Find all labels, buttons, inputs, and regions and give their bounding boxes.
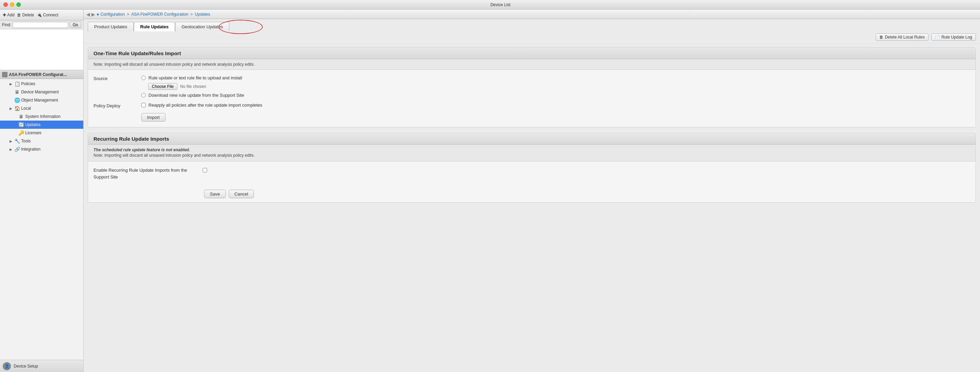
one-time-title: One-Time Rule Update/Rules Import <box>88 48 975 59</box>
choose-file-button[interactable]: Choose File <box>148 83 177 90</box>
device-setup-label: Device Setup <box>14 364 38 369</box>
tab-rule-updates[interactable]: Rule Updates <box>134 22 175 31</box>
source-row: Source Rule update or text rule file to … <box>94 75 970 98</box>
licenses-icon: 🔑 <box>18 130 24 136</box>
connect-icon: 🔌 <box>37 13 42 17</box>
sidebar-nav-section: ASA FirePOWER Configurat... ▶ 📋 Policies… <box>0 70 83 360</box>
tab-product-updates[interactable]: Product Updates <box>88 22 134 31</box>
sidebar-item-device-management[interactable]: ▶ 🖥 Device Management <box>0 88 83 96</box>
minimize-button[interactable] <box>10 2 14 7</box>
sidebar-item-label: Device Management <box>21 90 59 94</box>
save-cancel-row: Save Cancel <box>88 186 975 203</box>
add-button[interactable]: ✚ Add <box>3 13 14 17</box>
breadcrumb-sep1: > <box>127 12 129 17</box>
object-mgmt-icon: 🌐 <box>14 97 20 103</box>
no-file-text: No file chosen <box>180 84 206 89</box>
content-top-right: 🗑 Delete All Local Rules 📄 Rule Update L… <box>84 31 980 43</box>
sidebar-item-licenses[interactable]: ▶ 🔑 Licenses <box>0 129 83 137</box>
device-icon <box>2 72 8 78</box>
sidebar-item-label: Local <box>21 106 31 111</box>
sidebar-item-label: Object Management <box>21 98 58 103</box>
local-icon: 🏠 <box>14 106 20 111</box>
delete-button[interactable]: 🗑 Delete <box>17 13 34 17</box>
tab-rule-updates-label: Rule Updates <box>140 24 169 29</box>
sidebar-item-system-information[interactable]: ▶ 🖥 System Information <box>0 112 83 120</box>
reapply-checkbox[interactable] <box>141 103 146 107</box>
recurring-section: Recurring Rule Update Imports The schedu… <box>88 133 976 203</box>
reapply-checkbox-row: Reapply all policies after the rule upda… <box>141 103 970 108</box>
radio-upload-row: Rule update or text rule file to upload … <box>141 75 970 81</box>
device-header: ASA FirePOWER Configurat... <box>0 70 83 79</box>
one-time-section: One-Time Rule Update/Rules Import Note: … <box>88 47 976 127</box>
log-icon: 📄 <box>935 35 940 40</box>
reapply-label: Reapply all policies after the rule upda… <box>148 103 262 108</box>
sidebar-item-label: Policies <box>21 81 35 86</box>
recurring-notes: The scheduled rule update feature is not… <box>88 145 975 161</box>
breadcrumb-firepower[interactable]: ASA FirePOWER Configuration <box>131 12 188 17</box>
window-controls <box>3 2 21 7</box>
device-mgmt-icon: 🖥 <box>14 89 20 95</box>
expand-icon: ▶ <box>10 107 13 110</box>
add-icon: ✚ <box>3 13 6 17</box>
enable-recurring-checkbox[interactable] <box>203 168 207 173</box>
person-icon: 👤 <box>3 362 11 370</box>
expand-icon: ▶ <box>10 139 13 143</box>
integration-icon: 🔗 <box>14 147 20 152</box>
radio-download[interactable] <box>141 93 146 97</box>
breadcrumb-config[interactable]: Configuration <box>100 12 124 17</box>
sidebar-item-label: Updates <box>25 122 41 127</box>
breadcrumb-sep2: > <box>190 12 193 17</box>
content-area: ◀ ▶ ● Configuration > ASA FirePOWER Conf… <box>84 9 980 372</box>
sidebar-item-policies[interactable]: ▶ 📋 Policies <box>0 80 83 88</box>
import-button[interactable]: Import <box>141 113 165 122</box>
radio-upload[interactable] <box>141 76 146 80</box>
device-list-section <box>0 29 83 70</box>
sidebar-item-label: Licenses <box>25 130 41 135</box>
tab-product-updates-label: Product Updates <box>94 24 127 29</box>
device-setup-button[interactable]: 👤 Device Setup <box>0 360 83 372</box>
policies-icon: 📋 <box>14 81 20 87</box>
find-input[interactable] <box>13 22 68 28</box>
close-button[interactable] <box>3 2 8 7</box>
title-bar: Device List <box>0 0 980 9</box>
recurring-title: Recurring Rule Update Imports <box>88 133 975 145</box>
find-go-button[interactable]: Go <box>70 22 81 28</box>
sidebar-item-label: System Information <box>25 114 60 119</box>
sidebar-item-label: Integration <box>21 147 41 152</box>
tab-geolocation-updates[interactable]: Geolocation Updates <box>175 22 229 31</box>
breadcrumb-updates[interactable]: Updates <box>195 12 210 17</box>
content-toolbar: ◀ ▶ ● Configuration > ASA FirePOWER Conf… <box>84 9 980 19</box>
updates-icon: 🔄 <box>18 122 24 127</box>
expand-icon: ▶ <box>10 147 13 151</box>
sidebar-item-integration[interactable]: ▶ 🔗 Integration <box>0 145 83 153</box>
sidebar-item-object-management[interactable]: ▶ 🌐 Object Management <box>0 96 83 104</box>
policy-deploy-controls: Reapply all policies after the rule upda… <box>141 103 970 108</box>
policy-deploy-row: Policy Deploy Reapply all policies after… <box>94 103 970 108</box>
enable-label: Enable Recurring Rule Update Imports fro… <box>94 167 196 180</box>
connect-button[interactable]: 🔌 Connect <box>37 13 58 17</box>
find-label: Find: <box>2 22 11 27</box>
sidebar-toolbar: ✚ Add 🗑 Delete 🔌 Connect <box>0 9 83 21</box>
trash-icon: 🗑 <box>17 13 21 17</box>
rule-update-log-button[interactable]: 📄 Rule Update Log <box>931 33 976 41</box>
sidebar-item-tools[interactable]: ▶ 🔧 Tools <box>0 137 83 145</box>
maximize-button[interactable] <box>16 2 21 7</box>
cancel-button[interactable]: Cancel <box>229 190 254 198</box>
sidebar: ✚ Add 🗑 Delete 🔌 Connect Find: Go ASA Fi… <box>0 9 84 372</box>
policy-deploy-label: Policy Deploy <box>94 103 141 108</box>
delete-all-local-rules-button[interactable]: 🗑 Delete All Local Rules <box>876 33 929 41</box>
nav-icon: ● <box>97 12 99 17</box>
sidebar-item-label: Tools <box>21 139 31 143</box>
sidebar-item-local[interactable]: ▶ 🏠 Local <box>0 104 83 112</box>
save-button[interactable]: Save <box>204 190 226 198</box>
sidebar-item-updates[interactable]: ▶ 🔄 Updates <box>0 120 83 129</box>
enable-row: Enable Recurring Rule Update Imports fro… <box>88 161 975 186</box>
forward-arrow[interactable]: ▶ <box>91 11 95 17</box>
device-name: ASA FirePOWER Configurat... <box>9 72 67 77</box>
import-button-row: Import <box>94 113 970 122</box>
back-arrow[interactable]: ◀ <box>86 11 90 17</box>
system-info-icon: 🖥 <box>18 114 24 119</box>
content-panel: One-Time Rule Update/Rules Import Note: … <box>84 43 980 372</box>
radio-upload-label: Rule update or text rule file to upload … <box>148 75 242 81</box>
source-controls: Rule update or text rule file to upload … <box>141 75 970 98</box>
